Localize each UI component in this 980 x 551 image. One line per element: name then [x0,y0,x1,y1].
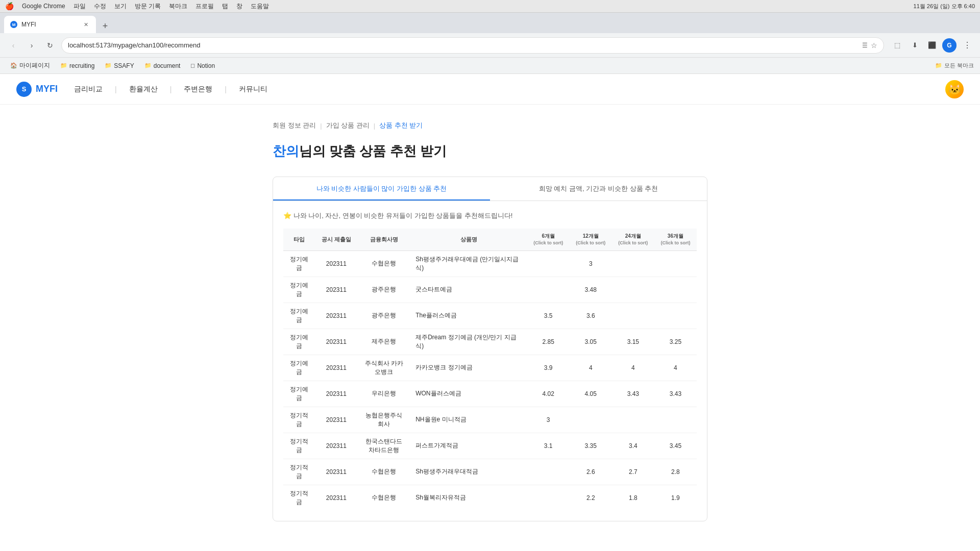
col-header-date: 공시 제출일 [315,229,357,251]
apple-icon[interactable]: 🍎 [5,2,14,10]
cell-rate6: 3 [527,407,570,433]
col-header-rate12[interactable]: 12개월 (Click to sort) [570,229,612,251]
breadcrumb: 회원 정보 관리 | 가입 상품 관리 | 상품 추천 받기 [273,121,707,130]
all-bookmarks[interactable]: 📁 모든 북마크 [935,62,974,69]
browser-tab[interactable]: M MYFI ✕ [4,16,96,33]
cell-bank: 우리은행 [357,381,410,407]
table-row[interactable]: 정기예금 202311 수협은행 Sh평생주거래우대예금 (만기일시지급식) 3 [283,251,697,277]
table-row[interactable]: 정기적금 202311 수협은행 Sh평생주거래우대적금 2.6 2.7 2.8 [283,459,697,485]
cell-rate24 [612,303,654,329]
table-row[interactable]: 정기예금 202311 광주은행 굿스타트예금 3.48 [283,277,697,303]
col-header-rate36[interactable]: 36개월 (Click to sort) [654,229,697,251]
reload-button[interactable]: ↻ [43,38,57,53]
table-row[interactable]: 정기적금 202311 수협은행 Sh월복리자유적금 2.2 1.8 1.9 [283,485,697,511]
col-header-rate6[interactable]: 6개월 (Click to sort) [527,229,570,251]
nav-exchange-calc[interactable]: 환율계산 [129,85,158,94]
col-header-bank: 금융회사명 [357,229,410,251]
download-icon[interactable]: ⬇ [908,38,922,53]
table-row[interactable]: 정기예금 202311 주식회사 카카오뱅크 카카오뱅크 정기예금 3.9 4 … [283,355,697,381]
back-button[interactable]: ‹ [6,38,20,53]
cell-rate12: 3 [570,251,612,277]
cell-type: 정기예금 [283,303,315,329]
cell-rate6 [527,459,570,485]
star-icon[interactable]: ☆ [871,41,877,49]
cell-bank: 농협은행주식회사 [357,407,410,433]
cell-type: 정기적금 [283,433,315,459]
url-input[interactable]: localhost:5173/mypage/chan100/recommend … [61,37,884,54]
menu-help[interactable]: 도움말 [251,2,269,11]
cell-date: 202311 [315,459,357,485]
cell-rate36 [654,303,697,329]
cell-rate12 [570,407,612,433]
col-header-rate24[interactable]: 24개월 (Click to sort) [612,229,654,251]
breadcrumb-joined-products[interactable]: 가입 상품 관리 [326,121,370,130]
avatar[interactable]: 🐱 [945,80,964,98]
bookmark-ssafy[interactable]: 📁 SSAFY [101,61,138,70]
nav-nearby-bank[interactable]: 주변은행 [184,85,212,94]
menu-dots-icon[interactable]: ⋮ [960,38,974,53]
bookmark-label: document [154,62,181,69]
table-row[interactable]: 정기예금 202311 우리은행 WON플러스예금 4.02 4.05 3.43… [283,381,697,407]
breadcrumb-member-info[interactable]: 회원 정보 관리 [273,121,316,130]
logo-text: MYFI [36,84,58,94]
tab-close-button[interactable]: ✕ [82,20,90,29]
cell-date: 202311 [315,355,357,381]
nav-links: 금리비교 | 환율계산 | 주변은행 | 커뮤니티 [74,85,267,94]
cell-rate6 [527,251,570,277]
cell-type: 정기예금 [283,329,315,355]
tab-favicon: M [10,21,17,28]
breadcrumb-recommend[interactable]: 상품 추천 받기 [379,121,423,130]
menu-edit[interactable]: 수정 [94,2,106,11]
table-row[interactable]: 정기예금 202311 광주은행 The플러스예금 3.5 3.6 [283,303,697,329]
cell-type: 정기예금 [283,355,315,381]
cell-rate12: 3.48 [570,277,612,303]
app-name[interactable]: Google Chrome [22,3,65,10]
cell-bank: 수협은행 [357,459,410,485]
menu-history[interactable]: 방문 기록 [135,2,161,11]
nav-interest-compare[interactable]: 금리비교 [74,85,103,94]
bookmark-recruiting[interactable]: 📁 recruiting [56,61,99,70]
menu-tab[interactable]: 탭 [222,2,228,11]
table-row[interactable]: 정기적금 202311 한국스탠다드차타드은행 퍼스트가계적금 3.1 3.35… [283,433,697,459]
screen-cast-icon[interactable]: ⬚ [890,38,904,53]
app-logo[interactable]: S MYFI [16,82,58,97]
cell-rate12: 2.6 [570,459,612,485]
cell-product: 퍼스트가계적금 [410,433,527,459]
tab-bar: M MYFI ✕ + [0,13,980,33]
address-bar: ‹ › ↻ localhost:5173/mypage/chan100/reco… [0,33,980,58]
menu-window[interactable]: 창 [236,2,242,11]
cell-product: Sh평생주거래우대적금 [410,459,527,485]
menu-bookmarks[interactable]: 북마크 [169,2,187,11]
cell-bank: 주식회사 카카오뱅크 [357,355,410,381]
cell-bank: 제주은행 [357,329,410,355]
bookmarks-bar: 🏠 마이페이지 📁 recruiting 📁 SSAFY 📁 document … [0,58,980,74]
bookmark-mypage[interactable]: 🏠 마이페이지 [6,60,54,71]
cell-rate6: 3.9 [527,355,570,381]
cell-rate36 [654,407,697,433]
table-row[interactable]: 정기적금 202311 농협은행주식회사 NH올원e 미니적금 3 [283,407,697,433]
cell-date: 202311 [315,485,357,511]
cell-product: WON플러스예금 [410,381,527,407]
nav-community[interactable]: 커뮤니티 [239,85,267,94]
extension-icon[interactable]: ⬛ [925,38,939,53]
cell-product: The플러스예금 [410,303,527,329]
cell-date: 202311 [315,277,357,303]
cell-type: 정기예금 [283,277,315,303]
bookmark-document[interactable]: 📁 document [140,61,185,70]
reader-icon[interactable]: ☰ [862,42,868,49]
tab-similar-users[interactable]: 나와 비슷한 사람들이 많이 가입한 상품 추천 [273,177,490,201]
tab-expectation[interactable]: 희망 예치 금액, 기간과 비슷한 상품 추천 [490,177,707,201]
menu-profile[interactable]: 프로필 [195,2,214,11]
star-emoji: ⭐ [283,212,291,219]
cell-rate24: 3.15 [612,329,654,355]
cell-rate6: 3.1 [527,433,570,459]
cell-product: 제주Dream 정기예금 (개인/만기 지급식) [410,329,527,355]
cell-rate36: 3.43 [654,381,697,407]
menu-file[interactable]: 파일 [74,2,86,11]
bookmark-notion[interactable]: ◻ Notion [186,61,219,70]
menu-view[interactable]: 보기 [114,2,127,11]
profile-icon[interactable]: G [942,38,957,53]
forward-button[interactable]: › [24,38,39,53]
new-tab-button[interactable]: + [98,19,112,33]
table-row[interactable]: 정기예금 202311 제주은행 제주Dream 정기예금 (개인/만기 지급식… [283,329,697,355]
